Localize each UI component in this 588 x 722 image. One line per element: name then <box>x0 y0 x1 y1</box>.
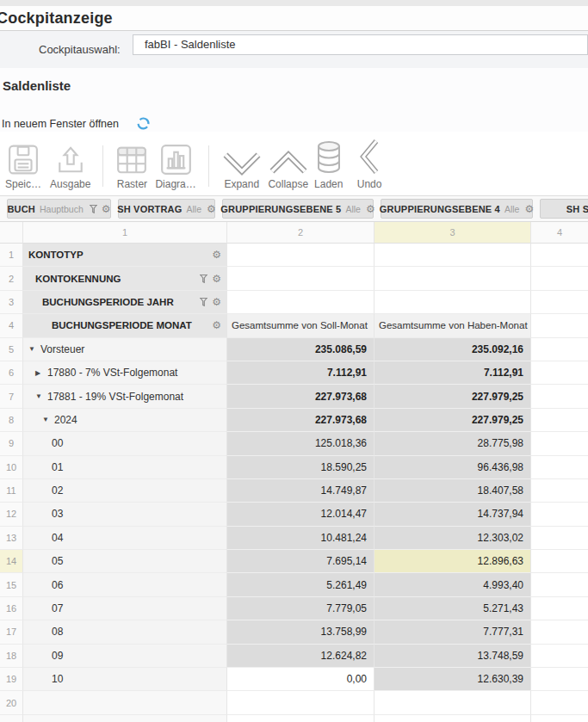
soll-value-cell[interactable]: 7.779,05 <box>227 597 374 620</box>
extra-cell[interactable] <box>531 479 588 503</box>
haben-value-cell[interactable]: 7.777,31 <box>374 620 531 644</box>
row-label-cell[interactable]: 10 <box>23 668 227 691</box>
row-number-cell[interactable]: 14 <box>0 550 23 573</box>
row-label-cell[interactable]: 03 <box>23 503 227 526</box>
undo-button[interactable]: Undo <box>357 139 382 190</box>
pivot-field-gruppierungsebene-4[interactable]: GRUPPIERUNGSEBENE 4 Alle ⚙ <box>381 199 533 219</box>
soll-header-cell[interactable] <box>227 244 374 267</box>
row-label-cell[interactable]: ▼Vorsteuer <box>23 338 227 361</box>
row-number-cell[interactable]: 2 <box>0 267 23 290</box>
soll-header-cell[interactable] <box>227 267 374 290</box>
output-button[interactable]: Ausgabe <box>50 139 90 190</box>
column-number-cell[interactable]: 2 <box>227 222 374 244</box>
extra-cell[interactable] <box>531 409 588 432</box>
extra-cell[interactable] <box>531 456 588 479</box>
haben-value-cell[interactable]: 96.436,98 <box>374 456 531 479</box>
gear-icon[interactable]: ⚙ <box>212 250 221 260</box>
column-number-cell[interactable]: 1 <box>23 222 227 244</box>
row-label-cell[interactable]: 06 <box>23 573 227 596</box>
haben-value-cell[interactable]: 5.271,43 <box>374 597 531 620</box>
haben-header-cell[interactable] <box>374 291 531 314</box>
soll-value-cell[interactable]: 0,00 <box>227 668 374 691</box>
soll-value-cell[interactable]: 227.973,68 <box>227 385 374 408</box>
row-number-cell[interactable]: 17 <box>0 620 23 644</box>
haben-value-cell[interactable]: 12.303,02 <box>374 527 531 550</box>
soll-value-cell[interactable]: 12.624,82 <box>227 645 374 668</box>
filter-icon[interactable] <box>89 204 98 213</box>
extra-cell[interactable] <box>531 645 588 668</box>
haben-value-cell[interactable]: 227.979,25 <box>374 385 531 408</box>
soll-value-cell[interactable]: 7.112,91 <box>227 361 374 385</box>
haben-header-cell[interactable]: Gesamtsumme von Haben-Monat <box>374 314 531 337</box>
extra-cell[interactable] <box>531 668 588 691</box>
row-label-cell[interactable]: ▼2024 <box>23 409 227 432</box>
row-label-cell[interactable]: 00 <box>23 432 227 455</box>
extra-cell[interactable] <box>531 597 588 620</box>
row-number-cell[interactable]: 9 <box>0 432 23 455</box>
row-label-cell[interactable]: 09 <box>23 645 227 668</box>
row-label-cell[interactable]: 05 <box>23 550 227 573</box>
extra-cell[interactable] <box>531 244 588 267</box>
soll-value-cell[interactable]: 10.481,24 <box>227 527 374 550</box>
row-label-cell[interactable]: 07 <box>23 597 227 620</box>
soll-value-cell[interactable] <box>227 715 374 722</box>
save-button[interactable]: Speic… <box>5 139 41 190</box>
soll-value-cell[interactable]: 7.695,14 <box>227 550 374 573</box>
column-number-cell[interactable]: 4 <box>531 222 588 244</box>
extra-cell[interactable] <box>531 503 588 526</box>
haben-value-cell[interactable]: 12.896,63 <box>374 550 531 573</box>
filter-icon[interactable] <box>199 274 208 283</box>
row-label-cell[interactable]: ▶17880 - 7% VSt-Folgemonat <box>23 361 227 385</box>
pivot-row-field-cell[interactable]: BUCHUNGSPERIODE MONAT⚙ <box>23 314 227 337</box>
row-label-cell[interactable] <box>23 715 227 722</box>
gear-icon[interactable]: ⚙ <box>207 204 216 214</box>
row-number-cell[interactable]: 6 <box>0 361 23 385</box>
soll-value-cell[interactable]: 12.014,47 <box>227 503 374 526</box>
row-number-cell[interactable]: 1 <box>0 244 23 267</box>
pivot-field-gruppierungsebene-5[interactable]: GRUPPIERUNGSEBENE 5 Alle ⚙ <box>222 199 374 219</box>
pivot-field-sh-saldo[interactable]: SH SALDO <box>540 199 588 219</box>
row-number-cell[interactable]: 12 <box>0 503 23 526</box>
haben-value-cell[interactable]: 28.775,98 <box>374 432 531 455</box>
haben-value-cell[interactable]: 4.993,40 <box>374 573 531 596</box>
soll-value-cell[interactable]: 14.749,87 <box>227 479 374 503</box>
extra-cell[interactable] <box>531 267 588 290</box>
column-number-cell[interactable]: 3 <box>374 222 531 244</box>
extra-cell[interactable] <box>531 620 588 644</box>
haben-value-cell[interactable]: 7.112,91 <box>374 361 531 385</box>
row-number-cell[interactable]: 3 <box>0 291 23 314</box>
haben-value-cell[interactable] <box>374 715 531 722</box>
gear-icon[interactable]: ⚙ <box>212 274 221 284</box>
gear-icon[interactable]: ⚙ <box>102 204 111 214</box>
gear-icon[interactable]: ⚙ <box>366 204 375 214</box>
row-number-cell[interactable]: 5 <box>0 338 23 361</box>
extra-cell[interactable] <box>531 361 588 385</box>
haben-header-cell[interactable] <box>374 244 531 267</box>
pivot-row-field-cell[interactable]: BUCHUNGSPERIODE JAHR⚙ <box>23 291 227 314</box>
haben-value-cell[interactable]: 14.737,94 <box>374 503 531 526</box>
refresh-icon[interactable] <box>136 116 151 131</box>
row-label-cell[interactable]: 02 <box>23 479 227 503</box>
load-button[interactable]: Laden <box>314 139 344 190</box>
gear-icon[interactable]: ⚙ <box>212 320 221 330</box>
extra-cell[interactable] <box>531 338 588 361</box>
row-number-cell[interactable]: 19 <box>0 668 23 691</box>
row-number-cell[interactable]: 15 <box>0 573 23 596</box>
row-number-cell[interactable]: 10 <box>0 456 23 479</box>
soll-value-cell[interactable]: 227.973,68 <box>227 409 374 432</box>
row-number-cell[interactable]: 13 <box>0 527 23 550</box>
pivot-row-field-cell[interactable]: KONTOKENNUNG⚙ <box>23 267 227 290</box>
pivot-row-field-cell[interactable]: KONTOTYP⚙ <box>23 244 227 267</box>
filter-icon[interactable] <box>199 297 208 306</box>
cockpit-select-input[interactable]: fabBI - Saldenliste <box>133 34 588 55</box>
haben-value-cell[interactable]: 12.630,39 <box>374 668 531 691</box>
grid-view-button[interactable]: Raster <box>115 139 148 190</box>
soll-value-cell[interactable]: 5.261,49 <box>227 573 374 596</box>
extra-cell[interactable] <box>531 691 588 714</box>
soll-value-cell[interactable]: 13.758,99 <box>227 620 374 644</box>
gear-icon[interactable]: ⚙ <box>524 204 534 214</box>
haben-value-cell[interactable] <box>374 691 531 714</box>
haben-value-cell[interactable]: 235.092,16 <box>374 338 531 361</box>
soll-header-cell[interactable]: Gesamtsumme von Soll-Monat <box>227 314 374 337</box>
extra-cell[interactable] <box>531 573 588 596</box>
